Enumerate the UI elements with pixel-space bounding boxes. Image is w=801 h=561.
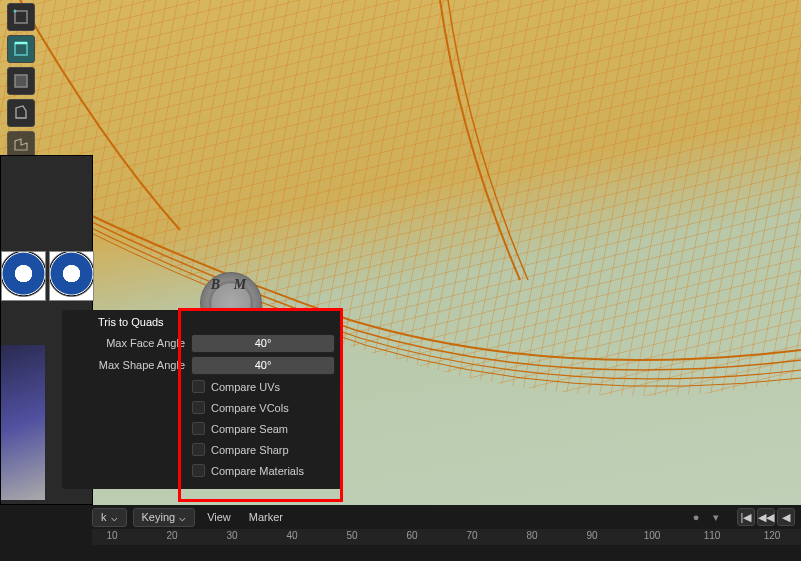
prev-keyframe-button[interactable]: ◀◀ [757, 508, 775, 526]
playback-dropdown[interactable]: k ⌵ [92, 508, 127, 527]
thumbnail[interactable] [1, 251, 46, 301]
thumbnail[interactable] [49, 251, 94, 301]
frame-tick: 10 [106, 530, 117, 541]
chevron-down-icon: ⌵ [111, 511, 118, 524]
mesh-select-mode-toolbar [7, 3, 35, 159]
transport-controls: ● ▾ |◀ ◀◀ ◀ [687, 508, 795, 526]
compare-uvs-checkbox[interactable] [192, 380, 205, 393]
vertex-select-button[interactable] [7, 3, 35, 31]
frame-tick: 120 [764, 530, 781, 541]
timeline-header: k ⌵ Keying ⌵ View Marker [92, 506, 289, 528]
compare-seam-label: Compare Seam [211, 423, 288, 435]
compare-sharp-label: Compare Sharp [211, 444, 289, 456]
face-select-button[interactable] [7, 67, 35, 95]
svg-rect-0 [15, 11, 27, 23]
thumbnail-row [1, 251, 94, 301]
play-reverse-button[interactable]: ◀ [777, 508, 795, 526]
compare-materials-checkbox[interactable] [192, 464, 205, 477]
frame-tick: 70 [466, 530, 477, 541]
max-face-angle-label: Max Face Angle [70, 337, 185, 349]
auto-key-mode[interactable]: ▾ [707, 508, 725, 526]
keying-dropdown-label: Keying [142, 511, 176, 523]
badge-text: B M [211, 277, 251, 293]
svg-point-1 [14, 10, 17, 13]
compare-sharp-checkbox[interactable] [192, 443, 205, 456]
frame-tick: 50 [346, 530, 357, 541]
max-face-angle-input[interactable]: 40° [191, 334, 335, 353]
frame-tick: 60 [406, 530, 417, 541]
compare-vcols-label: Compare VCols [211, 402, 289, 414]
chevron-down-icon: ⌵ [179, 511, 186, 524]
jump-to-start-button[interactable]: |◀ [737, 508, 755, 526]
max-shape-angle-label: Max Shape Angle [70, 359, 185, 371]
compare-uvs-label: Compare UVs [211, 381, 280, 393]
svg-rect-2 [15, 43, 27, 55]
svg-rect-4 [15, 75, 27, 87]
frame-tick: 20 [166, 530, 177, 541]
keying-dropdown[interactable]: Keying ⌵ [133, 508, 196, 527]
preview-image [1, 345, 45, 500]
frame-tick: 40 [286, 530, 297, 541]
frame-tick: 80 [526, 530, 537, 541]
marker-menu[interactable]: Marker [243, 509, 289, 525]
frame-tick: 90 [586, 530, 597, 541]
operator-redo-panel: Tris to Quads Max Face Angle 40° Max Sha… [62, 310, 343, 489]
playback-dropdown-label: k [101, 511, 107, 523]
auto-key-button[interactable]: ● [687, 508, 705, 526]
uv-face-button[interactable] [7, 99, 35, 127]
frame-tick: 110 [704, 530, 721, 541]
frame-tick: 100 [644, 530, 661, 541]
compare-vcols-checkbox[interactable] [192, 401, 205, 414]
timeline-ruler[interactable]: 10 20 30 40 50 60 70 80 90 100 110 120 [92, 529, 801, 545]
frame-tick: 30 [226, 530, 237, 541]
edge-select-button[interactable] [7, 35, 35, 63]
compare-materials-label: Compare Materials [211, 465, 304, 477]
max-shape-angle-input[interactable]: 40° [191, 356, 335, 375]
view-menu[interactable]: View [201, 509, 237, 525]
compare-seam-checkbox[interactable] [192, 422, 205, 435]
operator-title: Tris to Quads [70, 316, 335, 332]
